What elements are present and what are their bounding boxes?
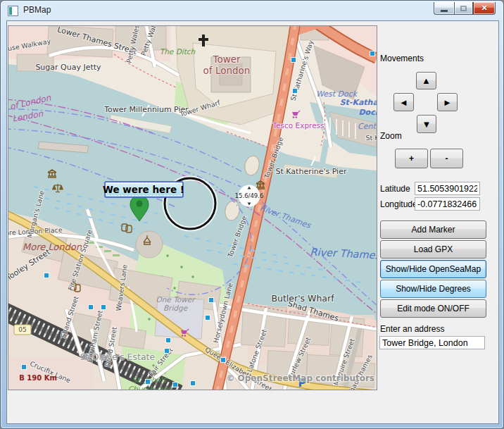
zoom-in-button[interactable]: + [395, 149, 428, 168]
map-label: Tower [212, 54, 241, 65]
zoom-label: Zoom [380, 131, 402, 141]
close-button[interactable]: ✕ [473, 2, 496, 15]
edit-handle[interactable] [101, 305, 106, 310]
toggle-degrees-button[interactable]: Show/Hide Degrees [380, 280, 486, 298]
map-label: Sugar Quay Jetty [35, 63, 101, 72]
map-label: Tesco Express [272, 121, 324, 130]
edit-handle[interactable] [191, 381, 196, 386]
client-area: use WalkwaySugar Quay JettyLower Thames … [6, 20, 499, 424]
we-were-here-label[interactable]: We were here ! [103, 182, 184, 197]
titlebar[interactable]: PBMap ✕ [1, 1, 503, 20]
edit-handle[interactable] [22, 365, 27, 370]
map-label: St-Katharine [340, 98, 377, 107]
toggle-openseamap-button[interactable]: Show/Hide OpenSeaMap [380, 260, 486, 278]
osm-attribution: © OpenStreetMap contributors [226, 373, 374, 383]
caption-buttons: ✕ [434, 2, 496, 15]
app-icon [8, 6, 18, 16]
map-label: of London [203, 65, 251, 76]
minimize-icon [441, 10, 448, 12]
edit-handle[interactable] [209, 298, 214, 303]
add-marker-button[interactable]: Add Marker [380, 220, 486, 239]
map-viewport[interactable]: use WalkwaySugar Quay JettyLower Thames … [8, 25, 377, 390]
map-label: Central [358, 122, 377, 131]
maximize-button[interactable] [454, 2, 473, 15]
map-label: More London [23, 242, 82, 252]
edit-handle[interactable] [89, 305, 94, 310]
map-label: St Katherine's Pier [276, 167, 347, 176]
address-label: Enter an address [380, 324, 444, 334]
map-label: 05 [18, 326, 26, 333]
map-label: The Ditch [160, 47, 196, 56]
edit-handle[interactable] [166, 338, 171, 343]
latitude-input[interactable] [415, 182, 480, 195]
map-label: Bridge [163, 304, 189, 313]
window-title: PBMap [23, 5, 51, 15]
map-label: St K [365, 134, 377, 142]
map-label: One Tower [156, 295, 196, 304]
maximize-icon [460, 6, 467, 11]
map-label: B 190 Km [19, 374, 57, 382]
move-up-button[interactable]: ▲ [416, 72, 436, 89]
address-input[interactable] [379, 336, 485, 349]
longitude-input[interactable] [415, 197, 480, 211]
map-label: Docks [358, 108, 377, 117]
edit-handle[interactable] [206, 316, 210, 321]
zoom-out-button[interactable]: - [430, 149, 463, 168]
edit-handle[interactable] [291, 58, 296, 63]
map-label: St Olave's Estate [80, 352, 156, 362]
longitude-label: Longitude [380, 199, 417, 209]
load-gpx-button[interactable]: Load GPX [380, 240, 486, 259]
map-label: Churchyard [128, 385, 172, 390]
edit-handle[interactable] [44, 273, 49, 278]
clearance-value: 15.6/49.6 [235, 192, 264, 199]
edit-handle[interactable] [370, 51, 375, 56]
edit-handle[interactable] [146, 380, 151, 385]
window-frame: PBMap ✕ [0, 0, 504, 429]
edit-handle[interactable] [293, 89, 298, 94]
map-canvas[interactable]: use WalkwaySugar Quay JettyLower Thames … [8, 26, 377, 390]
move-left-button[interactable]: ◄ [393, 93, 414, 111]
edit-handle[interactable] [221, 358, 226, 363]
map-label: Tower Millennium Pier [103, 105, 189, 114]
we-were-here-text: We were here ! [103, 184, 184, 195]
movements-label: Movements [380, 54, 424, 63]
close-icon: ✕ [481, 4, 487, 13]
edit-handle[interactable] [165, 349, 170, 354]
edit-mode-button[interactable]: Edit mode ON/OFF [380, 299, 486, 318]
latitude-label: Latitude [380, 184, 410, 194]
map-label: Butler's Wharf [271, 293, 334, 304]
edit-handle[interactable] [173, 383, 178, 387]
minimize-button[interactable] [434, 2, 454, 15]
move-down-button[interactable]: ▼ [417, 115, 436, 133]
move-right-button[interactable]: ► [437, 93, 458, 111]
